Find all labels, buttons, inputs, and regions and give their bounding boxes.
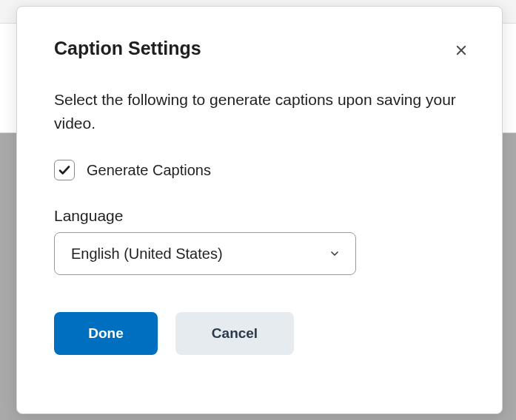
- dialog-button-row: Done Cancel: [54, 312, 471, 355]
- generate-captions-row: Generate Captions: [54, 160, 471, 180]
- done-button[interactable]: Done: [54, 312, 158, 355]
- language-select[interactable]: English (United States): [54, 232, 356, 275]
- checkmark-icon: [58, 163, 71, 177]
- dialog-description: Select the following to generate caption…: [54, 88, 471, 135]
- close-icon: [455, 44, 468, 57]
- generate-captions-label: Generate Captions: [87, 162, 211, 179]
- dialog-title: Caption Settings: [54, 38, 201, 59]
- dialog-header: Caption Settings: [54, 38, 471, 60]
- close-button[interactable]: [452, 41, 471, 60]
- cancel-button[interactable]: Cancel: [175, 312, 294, 355]
- generate-captions-checkbox[interactable]: [54, 160, 75, 180]
- language-label: Language: [54, 207, 471, 225]
- caption-settings-dialog: Caption Settings Select the following to…: [16, 6, 503, 414]
- chevron-down-icon: [329, 248, 341, 260]
- language-select-value: English (United States): [71, 245, 223, 262]
